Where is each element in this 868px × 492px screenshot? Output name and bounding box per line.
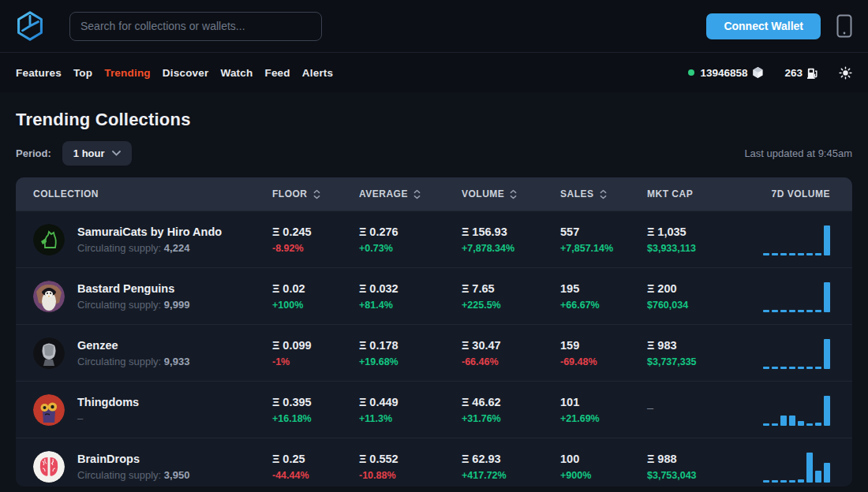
nav-item-feed[interactable]: Feed (264, 67, 290, 79)
volume-change: +417.72% (462, 470, 560, 481)
connect-wallet-button[interactable]: Connect Wallet (706, 13, 821, 39)
sort-icon (313, 189, 320, 199)
mobile-app-icon[interactable] (836, 14, 852, 38)
volume-value: Ξ 7.65 (462, 282, 560, 295)
collection-supply: Circulating supply: 3,950 (77, 469, 189, 481)
sales-change: +21.69% (560, 413, 647, 424)
column-header-collection: COLLECTION (16, 188, 272, 199)
mktcap-value: Ξ 1,035 (647, 226, 754, 238)
table-row[interactable]: Thingdoms – Ξ 0.395 +16.18% Ξ 0.449 +11.… (16, 381, 852, 438)
collection-avatar (33, 281, 65, 312)
7d-volume-sparkline (763, 451, 830, 483)
column-header-volume[interactable]: VOLUME (462, 188, 560, 199)
floor-value: Ξ 0.25 (272, 453, 359, 465)
average-change: -10.88% (359, 470, 462, 481)
floor-change: +100% (272, 300, 359, 311)
main-content: Trending Collections Period: 1 hour Last… (0, 110, 868, 486)
volume-change: +7,878.34% (462, 243, 560, 254)
collection-name[interactable]: BrainDrops (77, 453, 189, 465)
period-dropdown[interactable]: 1 hour (62, 141, 132, 166)
collection-avatar (33, 337, 65, 369)
app-logo-icon[interactable] (16, 10, 44, 42)
volume-change: +31.76% (462, 413, 560, 424)
block-cube-icon (752, 66, 764, 79)
gas-pump-icon (807, 67, 818, 79)
7d-volume-sparkline (763, 224, 830, 255)
table-header-row: COLLECTION FLOOR AVERAGE VOLUME (16, 177, 852, 211)
volume-value: Ξ 156.93 (462, 226, 560, 238)
collection-avatar (33, 224, 65, 255)
sales-value: 100 (560, 453, 647, 465)
nav-item-discover[interactable]: Discover (163, 67, 209, 79)
nav-item-trending[interactable]: Trending (104, 67, 151, 79)
collection-supply: Circulating supply: 9,999 (77, 299, 189, 311)
column-header-mktcap: MKT CAP (647, 188, 754, 199)
sort-icon (600, 189, 607, 199)
sales-value: 159 (560, 339, 647, 352)
sales-change: +900% (560, 470, 647, 481)
floor-change: -8.92% (272, 243, 359, 254)
column-header-average[interactable]: AVERAGE (359, 188, 462, 199)
period-value: 1 hour (73, 147, 105, 159)
column-header-sales[interactable]: SALES (560, 188, 647, 199)
nav-item-top[interactable]: Top (73, 67, 92, 79)
average-value: Ξ 0.276 (359, 226, 462, 238)
volume-change: +225.5% (462, 300, 560, 311)
table-row[interactable]: SamuraiCats by Hiro Ando Circulating sup… (16, 211, 852, 267)
table-row[interactable]: Bastard Penguins Circulating supply: 9,9… (16, 267, 852, 324)
collection-supply: – (77, 412, 139, 424)
sort-icon (413, 189, 421, 199)
mktcap-usd: $3,753,043 (647, 470, 754, 481)
collection-name[interactable]: SamuraiCats by Hiro Ando (77, 226, 222, 238)
volume-value: Ξ 46.62 (462, 396, 560, 408)
collection-supply: Circulating supply: 4,224 (77, 242, 222, 254)
volume-value: Ξ 30.47 (462, 339, 560, 352)
mktcap-value: Ξ 983 (647, 339, 754, 352)
floor-change: -1% (272, 356, 359, 367)
sales-change: -69.48% (560, 356, 647, 367)
sort-icon (510, 189, 517, 199)
nav-item-watch[interactable]: Watch (220, 67, 253, 79)
mktcap-usd: $3,737,335 (647, 356, 754, 367)
7d-volume-sparkline (763, 281, 830, 312)
floor-change: -44.44% (272, 470, 359, 481)
main-nav: Features Top Trending Discover Watch Fee… (0, 53, 868, 92)
network-stats: 13946858 263 (688, 66, 852, 80)
block-number: 13946858 (700, 67, 747, 79)
network-status-dot (688, 69, 694, 76)
floor-value: Ξ 0.099 (272, 339, 359, 352)
average-value: Ξ 0.178 (359, 339, 462, 352)
nav-item-features[interactable]: Features (16, 67, 62, 79)
theme-toggle-sun-icon[interactable] (839, 66, 852, 80)
sales-value: 195 (560, 282, 647, 295)
collection-avatar (33, 394, 65, 426)
collection-supply: Circulating supply: 9,933 (77, 356, 189, 367)
sales-value: 101 (560, 396, 647, 408)
nav-item-alerts[interactable]: Alerts (302, 67, 333, 79)
mktcap-usd: $760,034 (647, 300, 754, 311)
table-row[interactable]: BrainDrops Circulating supply: 3,950 Ξ 0… (16, 438, 852, 486)
search-box[interactable] (69, 12, 322, 41)
floor-value: Ξ 0.02 (272, 282, 359, 295)
sales-value: 557 (560, 226, 647, 238)
gas-price: 263 (784, 67, 803, 79)
last-updated-text: Last updated at 9:45am (744, 147, 852, 159)
trending-table: COLLECTION FLOOR AVERAGE VOLUME (16, 177, 852, 486)
average-change: +11.3% (359, 413, 462, 424)
average-change: +81.4% (359, 300, 462, 311)
top-bar: Connect Wallet (0, 0, 868, 53)
column-header-floor[interactable]: FLOOR (272, 188, 359, 199)
collection-name[interactable]: Genzee (77, 339, 189, 352)
7d-volume-sparkline (763, 394, 830, 426)
average-change: +19.68% (359, 356, 462, 367)
average-value: Ξ 0.032 (359, 282, 462, 295)
floor-value: Ξ 0.395 (272, 396, 359, 408)
collection-name[interactable]: Thingdoms (77, 396, 139, 408)
mktcap-value: – (647, 401, 754, 414)
sales-change: +66.67% (560, 300, 647, 311)
average-change: +0.73% (359, 243, 462, 254)
average-value: Ξ 0.552 (359, 453, 462, 465)
collection-name[interactable]: Bastard Penguins (77, 282, 189, 295)
table-row[interactable]: Genzee Circulating supply: 9,933 Ξ 0.099… (16, 324, 852, 381)
search-input[interactable] (80, 20, 311, 32)
